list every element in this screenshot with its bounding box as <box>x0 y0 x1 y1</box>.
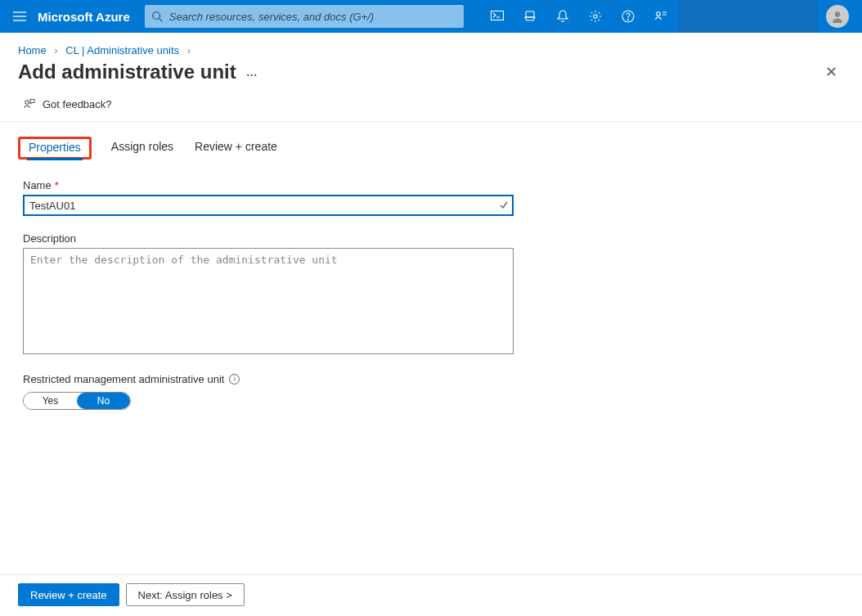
required-star: * <box>55 179 59 191</box>
svg-point-12 <box>835 11 840 16</box>
cloud-shell-icon[interactable] <box>481 0 514 33</box>
settings-icon[interactable] <box>579 0 612 33</box>
close-blade-button[interactable]: ✕ <box>819 60 844 84</box>
feedback-bar: Got feedback? <box>0 91 862 122</box>
restricted-label: Restricted management administrative uni… <box>23 373 224 385</box>
restricted-toggle[interactable]: Yes No <box>23 392 131 410</box>
help-icon[interactable] <box>612 0 644 33</box>
svg-point-3 <box>153 12 160 20</box>
topbar-icon-group <box>481 0 677 33</box>
global-search[interactable] <box>145 5 464 28</box>
svg-line-4 <box>159 19 162 22</box>
svg-point-11 <box>657 12 661 16</box>
breadcrumb: Home › CL | Administrative units › <box>0 33 862 60</box>
person-feedback-icon <box>23 97 36 110</box>
description-textarea[interactable] <box>23 248 514 354</box>
name-label: Name <box>23 179 52 191</box>
breadcrumb-parent[interactable]: CL | Administrative units <box>65 44 179 56</box>
next-assign-roles-button[interactable]: Next: Assign roles > <box>126 583 245 606</box>
svg-rect-7 <box>526 11 534 17</box>
feedback-top-icon[interactable] <box>644 0 677 33</box>
svg-point-8 <box>594 15 597 18</box>
tab-properties[interactable]: Properties <box>27 137 83 160</box>
got-feedback-link[interactable]: Got feedback? <box>23 97 112 110</box>
tab-assign-roles[interactable]: Assign roles <box>110 137 175 160</box>
more-actions-icon[interactable]: … <box>246 65 258 79</box>
user-avatar[interactable] <box>826 5 849 28</box>
toggle-no[interactable]: No <box>77 393 130 409</box>
description-field-block: Description <box>23 232 501 357</box>
restricted-label-row: Restricted management administrative uni… <box>23 373 501 385</box>
toggle-yes[interactable]: Yes <box>24 393 77 409</box>
chevron-right-icon: › <box>54 44 57 56</box>
feedback-label: Got feedback? <box>43 98 112 110</box>
svg-point-13 <box>25 101 29 104</box>
tab-properties-highlight: Properties <box>18 137 92 160</box>
review-create-button[interactable]: Review + create <box>18 583 119 606</box>
global-search-input[interactable] <box>168 10 457 24</box>
form-area: Name * Description Restricted management… <box>0 160 523 410</box>
name-input[interactable] <box>23 195 514 216</box>
name-field-block: Name * <box>23 179 501 216</box>
notifications-icon[interactable] <box>546 0 579 33</box>
menu-toggle-button[interactable] <box>5 2 34 31</box>
page-title: Add administrative unit <box>18 61 236 83</box>
blade-footer: Review + create Next: Assign roles > <box>0 574 862 616</box>
brand-label[interactable]: Microsoft Azure <box>34 10 145 24</box>
chevron-right-icon: › <box>187 44 191 56</box>
azure-top-bar: Microsoft Azure <box>0 0 862 33</box>
tabs-container: Properties Assign roles Review + create <box>0 122 862 160</box>
search-icon <box>151 11 163 22</box>
tab-review-create[interactable]: Review + create <box>193 137 279 160</box>
copilot-icon[interactable] <box>514 0 546 33</box>
breadcrumb-home[interactable]: Home <box>18 44 47 56</box>
info-icon[interactable]: i <box>229 374 240 384</box>
description-label: Description <box>23 232 76 245</box>
svg-point-10 <box>628 20 629 20</box>
page-title-row: Add administrative unit … ✕ <box>0 60 862 91</box>
svg-rect-5 <box>492 11 504 20</box>
account-info-block[interactable] <box>679 0 818 33</box>
